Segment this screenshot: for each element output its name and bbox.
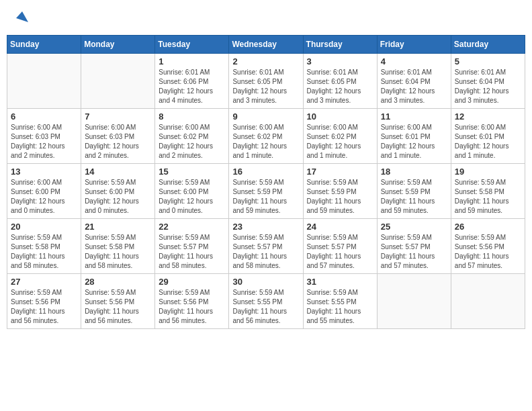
header-day-sunday: Sunday (7, 36, 81, 54)
calendar-cell: 6Sunrise: 6:00 AMSunset: 6:03 PMDaylight… (7, 109, 81, 164)
header-day-wednesday: Wednesday (229, 36, 303, 54)
calendar-week-5: 27Sunrise: 5:59 AMSunset: 5:56 PMDayligh… (7, 274, 525, 329)
day-detail: Sunrise: 6:01 AMSunset: 6:05 PMDaylight:… (232, 68, 299, 105)
logo-bird-icon (15, 10, 30, 25)
calendar-cell: 10Sunrise: 6:00 AMSunset: 6:02 PMDayligh… (303, 109, 377, 164)
day-number: 8 (159, 111, 225, 122)
day-number: 2 (232, 56, 299, 66)
day-detail: Sunrise: 5:59 AMSunset: 5:57 PMDaylight:… (232, 233, 299, 271)
day-detail: Sunrise: 6:00 AMSunset: 6:02 PMDaylight:… (232, 123, 299, 161)
calendar-cell: 12Sunrise: 6:00 AMSunset: 6:01 PMDayligh… (451, 109, 525, 164)
calendar-week-3: 13Sunrise: 6:00 AMSunset: 6:00 PMDayligh… (7, 164, 525, 219)
day-number: 26 (455, 222, 521, 232)
day-detail: Sunrise: 6:00 AMSunset: 6:02 PMDaylight:… (159, 123, 225, 161)
header (7, 7, 525, 28)
day-number: 30 (232, 277, 299, 287)
day-detail: Sunrise: 6:00 AMSunset: 6:01 PMDaylight:… (455, 123, 521, 161)
calendar-cell: 3Sunrise: 6:01 AMSunset: 6:05 PMDaylight… (303, 54, 377, 109)
day-number: 11 (381, 111, 447, 122)
header-day-monday: Monday (81, 36, 155, 54)
day-detail: Sunrise: 5:59 AMSunset: 5:55 PMDaylight:… (307, 288, 373, 326)
calendar-week-1: 1Sunrise: 6:01 AMSunset: 6:06 PMDaylight… (7, 54, 525, 109)
day-detail: Sunrise: 5:59 AMSunset: 6:00 PMDaylight:… (85, 178, 151, 216)
day-detail: Sunrise: 5:59 AMSunset: 5:59 PMDaylight:… (381, 178, 447, 216)
day-number: 12 (455, 111, 521, 122)
day-detail: Sunrise: 6:00 AMSunset: 6:00 PMDaylight:… (11, 178, 77, 216)
day-detail: Sunrise: 6:01 AMSunset: 6:04 PMDaylight:… (381, 68, 447, 105)
day-number: 31 (307, 277, 373, 287)
day-detail: Sunrise: 5:59 AMSunset: 5:58 PMDaylight:… (455, 178, 521, 216)
calendar-cell: 14Sunrise: 5:59 AMSunset: 6:00 PMDayligh… (81, 164, 155, 219)
day-detail: Sunrise: 5:59 AMSunset: 5:58 PMDaylight:… (11, 233, 77, 271)
calendar-cell: 22Sunrise: 5:59 AMSunset: 5:57 PMDayligh… (155, 219, 229, 274)
calendar-cell: 16Sunrise: 5:59 AMSunset: 5:59 PMDayligh… (229, 164, 303, 219)
day-number: 29 (159, 277, 225, 287)
day-number: 7 (85, 111, 151, 122)
day-number: 21 (85, 222, 151, 232)
day-number: 19 (455, 167, 521, 177)
day-number: 1 (159, 56, 225, 66)
calendar-cell: 15Sunrise: 5:59 AMSunset: 6:00 PMDayligh… (155, 164, 229, 219)
logo (13, 10, 30, 25)
day-number: 24 (307, 222, 373, 232)
day-detail: Sunrise: 6:01 AMSunset: 6:06 PMDaylight:… (159, 68, 225, 105)
day-detail: Sunrise: 6:01 AMSunset: 6:05 PMDaylight:… (307, 68, 373, 105)
day-detail: Sunrise: 5:59 AMSunset: 5:56 PMDaylight:… (455, 233, 521, 271)
day-number: 27 (11, 277, 77, 287)
calendar-table: SundayMondayTuesdayWednesdayThursdayFrid… (7, 35, 525, 329)
calendar-cell: 5Sunrise: 6:01 AMSunset: 6:04 PMDaylight… (451, 54, 525, 109)
calendar-cell (377, 274, 451, 329)
day-number: 28 (85, 277, 151, 287)
day-detail: Sunrise: 6:00 AMSunset: 6:02 PMDaylight:… (307, 123, 373, 161)
day-number: 3 (307, 56, 373, 66)
calendar-cell: 18Sunrise: 5:59 AMSunset: 5:59 PMDayligh… (377, 164, 451, 219)
day-number: 6 (11, 111, 77, 122)
day-number: 22 (159, 222, 225, 232)
calendar-cell: 9Sunrise: 6:00 AMSunset: 6:02 PMDaylight… (229, 109, 303, 164)
day-number: 4 (381, 56, 447, 66)
calendar-cell: 28Sunrise: 5:59 AMSunset: 5:56 PMDayligh… (81, 274, 155, 329)
calendar-cell: 20Sunrise: 5:59 AMSunset: 5:58 PMDayligh… (7, 219, 81, 274)
day-detail: Sunrise: 5:59 AMSunset: 5:57 PMDaylight:… (381, 233, 447, 271)
day-detail: Sunrise: 5:59 AMSunset: 5:59 PMDaylight:… (307, 178, 373, 216)
day-number: 15 (159, 167, 225, 177)
calendar-cell (81, 54, 155, 109)
day-detail: Sunrise: 6:00 AMSunset: 6:01 PMDaylight:… (381, 123, 447, 161)
day-detail: Sunrise: 6:00 AMSunset: 6:03 PMDaylight:… (85, 123, 151, 161)
calendar-cell: 30Sunrise: 5:59 AMSunset: 5:55 PMDayligh… (229, 274, 303, 329)
calendar-cell: 31Sunrise: 5:59 AMSunset: 5:55 PMDayligh… (303, 274, 377, 329)
day-number: 13 (11, 167, 77, 177)
calendar-cell: 23Sunrise: 5:59 AMSunset: 5:57 PMDayligh… (229, 219, 303, 274)
calendar-cell: 7Sunrise: 6:00 AMSunset: 6:03 PMDaylight… (81, 109, 155, 164)
calendar-header-row: SundayMondayTuesdayWednesdayThursdayFrid… (7, 36, 525, 54)
day-number: 18 (381, 167, 447, 177)
day-number: 5 (455, 56, 521, 66)
day-detail: Sunrise: 5:59 AMSunset: 5:58 PMDaylight:… (85, 233, 151, 271)
calendar-cell: 2Sunrise: 6:01 AMSunset: 6:05 PMDaylight… (229, 54, 303, 109)
calendar-cell: 4Sunrise: 6:01 AMSunset: 6:04 PMDaylight… (377, 54, 451, 109)
day-detail: Sunrise: 5:59 AMSunset: 5:57 PMDaylight:… (307, 233, 373, 271)
header-day-saturday: Saturday (451, 36, 525, 54)
day-detail: Sunrise: 5:59 AMSunset: 5:56 PMDaylight:… (85, 288, 151, 326)
calendar-cell (7, 54, 81, 109)
calendar-week-2: 6Sunrise: 6:00 AMSunset: 6:03 PMDaylight… (7, 109, 525, 164)
calendar-cell: 24Sunrise: 5:59 AMSunset: 5:57 PMDayligh… (303, 219, 377, 274)
calendar-cell: 11Sunrise: 6:00 AMSunset: 6:01 PMDayligh… (377, 109, 451, 164)
day-detail: Sunrise: 6:00 AMSunset: 6:03 PMDaylight:… (11, 123, 77, 161)
header-day-tuesday: Tuesday (155, 36, 229, 54)
day-detail: Sunrise: 5:59 AMSunset: 5:56 PMDaylight:… (11, 288, 77, 326)
calendar-cell: 21Sunrise: 5:59 AMSunset: 5:58 PMDayligh… (81, 219, 155, 274)
header-day-thursday: Thursday (303, 36, 377, 54)
calendar-cell: 17Sunrise: 5:59 AMSunset: 5:59 PMDayligh… (303, 164, 377, 219)
calendar-cell: 25Sunrise: 5:59 AMSunset: 5:57 PMDayligh… (377, 219, 451, 274)
calendar-cell: 8Sunrise: 6:00 AMSunset: 6:02 PMDaylight… (155, 109, 229, 164)
calendar-cell: 1Sunrise: 6:01 AMSunset: 6:06 PMDaylight… (155, 54, 229, 109)
day-number: 25 (381, 222, 447, 232)
day-detail: Sunrise: 5:59 AMSunset: 5:59 PMDaylight:… (232, 178, 299, 216)
calendar-cell: 13Sunrise: 6:00 AMSunset: 6:00 PMDayligh… (7, 164, 81, 219)
day-number: 9 (232, 111, 299, 122)
day-number: 17 (307, 167, 373, 177)
calendar-cell: 27Sunrise: 5:59 AMSunset: 5:56 PMDayligh… (7, 274, 81, 329)
day-number: 16 (232, 167, 299, 177)
day-number: 23 (232, 222, 299, 232)
